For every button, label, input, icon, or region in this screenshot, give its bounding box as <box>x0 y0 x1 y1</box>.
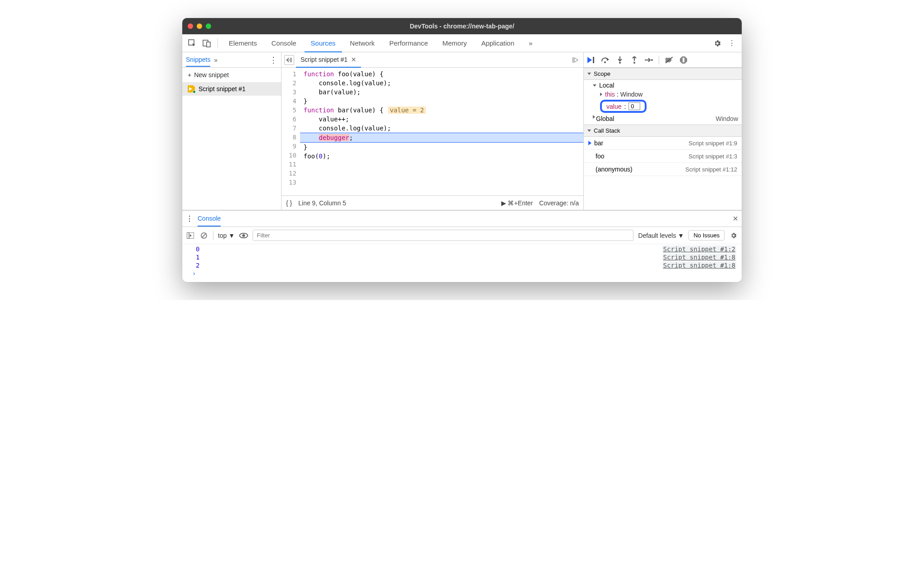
svg-point-7 <box>619 62 621 64</box>
svg-rect-3 <box>291 58 291 62</box>
console-source-link[interactable]: Script snippet #1:8 <box>662 262 736 269</box>
tab-sources[interactable]: Sources <box>305 35 342 52</box>
editor-tab[interactable]: Script snippet #1 ✕ <box>296 53 361 68</box>
titlebar: DevTools - chrome://new-tab-page/ <box>182 18 742 34</box>
svg-rect-4 <box>573 57 573 63</box>
context-selector[interactable]: top ▼ <box>218 232 235 239</box>
editor-statusbar: { } Line 9, Column 5 ▶ ⌘+Enter Coverage:… <box>282 195 583 210</box>
callstack-frame[interactable]: barScript snippet #1:9 <box>584 137 742 150</box>
console-source-link[interactable]: Script snippet #1:8 <box>662 254 736 261</box>
code-line[interactable]: foo(0); <box>304 152 580 161</box>
callstack-body: barScript snippet #1:9fooScript snippet … <box>584 137 742 176</box>
tab-snippets[interactable]: Snippets <box>186 56 210 67</box>
live-expression-icon[interactable] <box>239 231 248 240</box>
console-output: 0Script snippet #1:21Script snippet #1:8… <box>182 244 742 282</box>
tab-performance[interactable]: Performance <box>383 34 434 52</box>
nav-back-icon[interactable] <box>284 55 294 65</box>
code-line[interactable]: bar(value); <box>304 88 580 97</box>
tab-application[interactable]: Application <box>475 34 521 52</box>
svg-point-9 <box>651 59 653 61</box>
svg-rect-2 <box>207 42 210 47</box>
callstack-frame[interactable]: (anonymous)Script snippet #1:12 <box>584 163 742 176</box>
editor-pane: Script snippet #1 ✕ 12345678910111213 fu… <box>282 52 584 210</box>
cursor-position: Line 9, Column 5 <box>298 199 346 207</box>
tab-console[interactable]: Console <box>265 34 303 52</box>
line-gutter: 12345678910111213 <box>282 68 300 195</box>
editor-tabbar: Script snippet #1 ✕ <box>282 52 583 68</box>
tab-elements[interactable]: Elements <box>222 34 263 52</box>
plus-icon: + <box>188 71 191 79</box>
step-over-icon[interactable] <box>601 56 610 65</box>
nav-forward-icon[interactable] <box>571 55 581 65</box>
issues-button[interactable]: No Issues <box>688 230 725 241</box>
snippet-file-icon <box>188 85 195 93</box>
svg-rect-11 <box>683 58 684 62</box>
new-snippet-button[interactable]: + New snippet <box>182 68 281 82</box>
code-editor[interactable]: 12345678910111213 function foo(value) { … <box>282 68 583 195</box>
close-tab-icon[interactable]: ✕ <box>351 56 356 63</box>
tabs-overflow-icon[interactable]: » <box>522 34 539 52</box>
console-prompt[interactable]: › <box>182 269 742 278</box>
scope-this[interactable]: this: Window <box>584 90 742 99</box>
code-line[interactable]: function foo(value) { <box>304 69 580 79</box>
debugger-sidebar: Scope Local this: Window value: GlobalWi… <box>584 52 742 210</box>
callstack-frame[interactable]: fooScript snippet #1:3 <box>584 150 742 163</box>
step-out-icon[interactable] <box>630 56 639 65</box>
scope-header[interactable]: Scope <box>584 68 742 80</box>
navigator-overflow-icon[interactable]: » <box>214 56 217 64</box>
tab-console[interactable]: Console <box>198 215 221 227</box>
pause-exceptions-icon[interactable] <box>679 56 688 65</box>
inspect-icon[interactable] <box>186 37 199 50</box>
format-icon[interactable]: { } <box>286 199 292 207</box>
step-into-icon[interactable] <box>615 56 624 65</box>
code-area[interactable]: function foo(value) { console.log(value)… <box>300 68 583 195</box>
resume-icon[interactable] <box>587 56 596 65</box>
console-row: 0Script snippet #1:2 <box>182 245 742 253</box>
navigator-sidebar: Snippets » ⋮ + New snippet Script snippe… <box>182 52 282 210</box>
code-line[interactable]: } <box>304 97 580 106</box>
tab-network[interactable]: Network <box>344 34 381 52</box>
console-settings-icon[interactable] <box>729 231 738 240</box>
debugger-toolbar <box>584 52 742 68</box>
code-line[interactable]: console.log(value); <box>304 79 580 88</box>
drawer-tabs: ⋮ Console × <box>182 211 742 227</box>
window-title: DevTools - chrome://new-tab-page/ <box>182 23 742 30</box>
deactivate-breakpoints-icon[interactable] <box>665 56 674 65</box>
snippet-item-label: Script snippet #1 <box>199 85 245 93</box>
code-line[interactable]: } <box>304 143 580 152</box>
code-line[interactable]: value++; <box>304 115 580 124</box>
console-source-link[interactable]: Script snippet #1:2 <box>662 245 736 253</box>
run-snippet-button[interactable]: ▶ ⌘+Enter <box>501 199 533 207</box>
scope-value-name: value <box>606 103 621 110</box>
scope-value-input[interactable] <box>628 102 640 110</box>
clear-console-icon[interactable] <box>199 231 208 240</box>
snippet-item[interactable]: Script snippet #1 <box>182 82 281 96</box>
new-snippet-label: New snippet <box>194 71 229 79</box>
settings-icon[interactable] <box>711 37 724 50</box>
svg-point-17 <box>242 234 245 237</box>
scope-local[interactable]: Local <box>584 81 742 90</box>
device-toggle-icon[interactable] <box>200 37 213 50</box>
filter-input[interactable] <box>253 230 633 241</box>
close-drawer-icon[interactable]: × <box>733 213 738 224</box>
scope-body: Local this: Window value: GlobalWindow <box>584 80 742 125</box>
scope-global[interactable]: GlobalWindow <box>584 114 742 124</box>
code-line[interactable]: function bar(value) {value = 2 <box>304 106 580 115</box>
coverage-status: Coverage: n/a <box>539 199 579 207</box>
log-levels-selector[interactable]: Default levels ▼ <box>638 232 684 239</box>
devtools-window: DevTools - chrome://new-tab-page/ Elemen… <box>182 18 742 282</box>
code-line[interactable]: debugger; <box>300 133 583 143</box>
drawer-more-icon[interactable]: ⋮ <box>186 214 193 223</box>
code-line[interactable]: console.log(value); <box>304 124 580 133</box>
svg-line-15 <box>202 233 206 238</box>
console-row: 1Script snippet #1:8 <box>182 253 742 261</box>
svg-point-8 <box>633 62 635 64</box>
console-drawer: ⋮ Console × top ▼ Default levels ▼ No Is… <box>182 210 742 282</box>
navigator-more-icon[interactable]: ⋮ <box>269 55 277 65</box>
callstack-header[interactable]: Call Stack <box>584 125 742 137</box>
more-icon[interactable]: ⋮ <box>725 37 738 50</box>
sources-panel: Snippets » ⋮ + New snippet Script snippe… <box>182 52 742 210</box>
console-sidebar-icon[interactable] <box>186 231 195 240</box>
step-icon[interactable] <box>644 56 653 65</box>
tab-memory[interactable]: Memory <box>436 34 473 52</box>
